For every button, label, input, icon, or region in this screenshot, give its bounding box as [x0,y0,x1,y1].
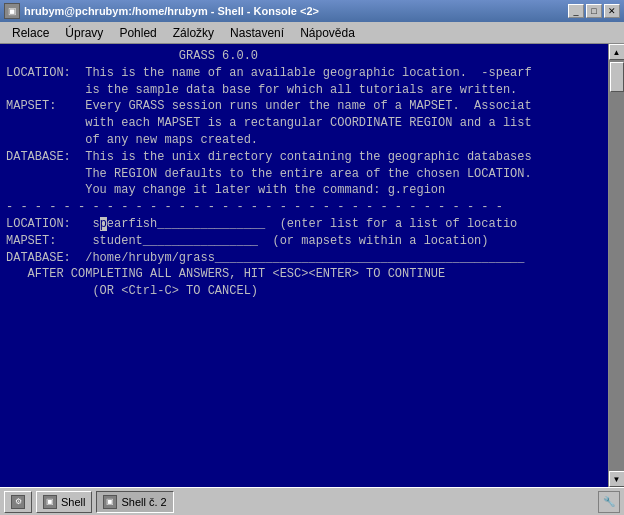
system-icon: ⚙ [11,495,25,509]
terminal-line: MAPSET: Every GRASS session runs under t… [6,98,602,115]
terminal-line: You may change it later with the command… [6,182,602,199]
terminal-output[interactable]: GRASS 6.0.0LOCATION: This is the name of… [0,44,608,487]
window-controls: _ □ ✕ [568,4,620,18]
window-title: hrubym@pchrubym:/home/hrubym - Shell - K… [24,5,319,17]
shell2-label: Shell č. 2 [121,496,166,508]
taskbar-system[interactable]: ⚙ [4,491,32,513]
menu-item-nastavení[interactable]: Nastavení [222,24,292,42]
title-bar: ▣ hrubym@pchrubym:/home/hrubym - Shell -… [0,0,624,22]
terminal-line: is the sample data base for which all tu… [6,82,602,99]
shell1-label: Shell [61,496,85,508]
taskbar-right-icon: 🔧 [603,496,615,507]
menu-item-pohled[interactable]: Pohled [111,24,164,42]
taskbar-right: 🔧 [598,491,620,513]
cursor: p [100,217,107,231]
terminal-line: of any new maps created. [6,132,602,149]
terminal-line: (OR <Ctrl-C> TO CANCEL) [6,283,602,300]
scroll-track [609,60,625,471]
terminal-line: with each MAPSET is a rectangular COORDI… [6,115,602,132]
taskbar-shell2[interactable]: ▣ Shell č. 2 [96,491,173,513]
terminal-line: LOCATION: spearfish_______________ (ente… [6,216,602,233]
terminal-line: The REGION defaults to the entire area o… [6,166,602,183]
terminal-line: LOCATION: This is the name of an availab… [6,65,602,82]
scroll-up-button[interactable]: ▲ [609,44,625,60]
scrollbar[interactable]: ▲ ▼ [608,44,624,487]
taskbar: ⚙ ▣ Shell ▣ Shell č. 2 🔧 [0,487,624,515]
shell1-icon: ▣ [43,495,57,509]
menu-item-relace[interactable]: Relace [4,24,57,42]
window-icon: ▣ [4,3,20,19]
taskbar-shell1[interactable]: ▣ Shell [36,491,92,513]
terminal-line: - - - - - - - - - - - - - - - - - - - - … [6,199,602,216]
maximize-button[interactable]: □ [586,4,602,18]
scroll-thumb[interactable] [610,62,624,92]
menu-item-záložky[interactable]: Záložky [165,24,222,42]
terminal-line: AFTER COMPLETING ALL ANSWERS, HIT <ESC><… [6,266,602,283]
menu-bar: RelaceÚpravyPohledZáložkyNastaveníNápově… [0,22,624,44]
terminal-line: DATABASE: /home/hrubym/grass____________… [6,250,602,267]
content-area: GRASS 6.0.0LOCATION: This is the name of… [0,44,624,487]
scroll-down-button[interactable]: ▼ [609,471,625,487]
terminal-line: DATABASE: This is the unix directory con… [6,149,602,166]
terminal-line: MAPSET: student________________ (or maps… [6,233,602,250]
menu-item-nápověda[interactable]: Nápověda [292,24,363,42]
terminal-line: GRASS 6.0.0 [6,48,602,65]
close-button[interactable]: ✕ [604,4,620,18]
shell2-icon: ▣ [103,495,117,509]
minimize-button[interactable]: _ [568,4,584,18]
menu-item-úpravy[interactable]: Úpravy [57,24,111,42]
